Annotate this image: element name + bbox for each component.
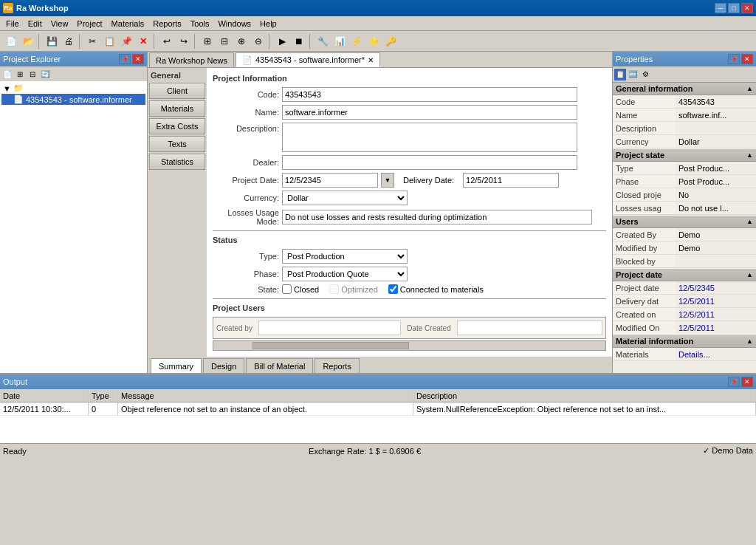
currency-select[interactable]: Dollar Euro Pound [282, 191, 408, 205]
pp-delivery-date-value: 12/5/2011 [676, 297, 756, 306]
pp-section-state-header[interactable]: Project state ▲ [613, 149, 756, 162]
currency-row: Currency: Dollar Euro Pound [213, 191, 606, 205]
bottom-tab-summary[interactable]: Summary [151, 358, 202, 373]
pp-users-collapse[interactable]: ▲ [746, 218, 753, 225]
connected-checkbox[interactable] [388, 284, 398, 294]
tb-redo[interactable]: ↪ [176, 33, 192, 49]
tree-item-project[interactable]: 📄 43543543 - software.informer [1, 94, 145, 105]
tb-paste[interactable]: 📌 [118, 33, 134, 49]
project-date-input[interactable] [282, 173, 378, 188]
tb-btn2[interactable]: ⊟ [216, 33, 233, 49]
code-input[interactable] [282, 87, 577, 102]
menu-reports[interactable]: Reports [148, 18, 186, 30]
pe-pin[interactable]: 📌 [119, 54, 131, 64]
nav-client[interactable]: Client [149, 83, 205, 99]
scrollbar-thumb[interactable] [252, 342, 409, 349]
pp-pin[interactable]: 📌 [728, 54, 740, 64]
optimized-checkbox[interactable] [329, 284, 339, 294]
tb-btn1[interactable]: ⊞ [199, 33, 216, 49]
pp-dates-collapse[interactable]: ▲ [746, 271, 753, 278]
pp-material-collapse[interactable]: ▲ [746, 337, 753, 345]
close-button[interactable]: ✕ [741, 3, 753, 13]
pe-close[interactable]: ✕ [132, 54, 144, 64]
tb-cut[interactable]: ✂ [84, 33, 100, 49]
tb-delete[interactable]: ✕ [135, 33, 151, 49]
pe-tb-btn1[interactable]: 📄 [1, 68, 13, 80]
output-close[interactable]: ✕ [741, 377, 753, 387]
minimize-button[interactable]: ─ [715, 3, 726, 13]
output-row[interactable]: 12/5/2011 10:30:... 0 Object reference n… [0, 402, 756, 416]
pp-btn3[interactable]: ⚙ [639, 69, 651, 80]
type-select[interactable]: Post Production Production Design [282, 249, 408, 264]
pp-section-general-header[interactable]: General information ▲ [613, 83, 756, 95]
tb-btn7[interactable]: 🔧 [315, 33, 331, 49]
tb-btn3[interactable]: ⊕ [233, 33, 250, 49]
pp-section-dates-header[interactable]: Project date ▲ [613, 269, 756, 281]
tb-undo[interactable]: ↩ [159, 33, 175, 49]
tab-project-close[interactable]: ✕ [368, 56, 374, 64]
tb-copy[interactable]: 📋 [101, 33, 117, 49]
losses-input[interactable] [282, 210, 592, 224]
tb-btn8[interactable]: 📊 [331, 33, 348, 49]
tb-btn4[interactable]: ⊖ [250, 33, 267, 49]
pp-type-row: Type Post Produc... [613, 162, 756, 175]
closed-checkbox[interactable] [282, 284, 292, 294]
pp-code-label: Code [613, 95, 676, 108]
pp-blocked-by-label: Blocked by [613, 255, 676, 267]
nav-statistics[interactable]: Statistics [149, 154, 205, 170]
menu-view[interactable]: View [47, 18, 73, 30]
menu-windows[interactable]: Windows [213, 18, 255, 30]
nav-texts[interactable]: Texts [149, 136, 205, 152]
dates-row: Project Date: ▼ Delivery Date: [213, 173, 606, 188]
tb-btn10[interactable]: ⭐ [365, 33, 382, 49]
project-date-picker[interactable]: ▼ [381, 173, 394, 188]
pp-losses-value: Do not use l... [676, 204, 756, 213]
pp-btn1[interactable]: 📋 [614, 69, 626, 80]
output-title: Output [3, 377, 27, 386]
tb-open[interactable]: 📂 [20, 33, 36, 49]
pp-section-users-header[interactable]: Users ▲ [613, 216, 756, 228]
description-input[interactable] [282, 123, 577, 152]
bottom-tab-design[interactable]: Design [203, 358, 244, 373]
pp-btn2[interactable]: 🔤 [627, 69, 639, 80]
delivery-date-input[interactable] [463, 173, 559, 188]
menu-help[interactable]: Help [255, 18, 281, 30]
title-bar-controls[interactable]: ─ □ ✕ [715, 3, 753, 13]
col-type: Type [89, 389, 118, 402]
menu-materials[interactable]: Materials [107, 18, 149, 30]
nav-materials[interactable]: Materials [149, 100, 205, 117]
tab-news[interactable]: Ra Workshop News [149, 52, 234, 67]
pp-section-material-header[interactable]: Material information ▲ [613, 335, 756, 348]
tb-save[interactable]: 💾 [44, 33, 60, 49]
tab-project[interactable]: 📄 43543543 - software.informer* ✕ [236, 52, 380, 67]
tree-root[interactable]: ▼ 📁 [1, 83, 145, 94]
h-scrollbar[interactable] [213, 340, 606, 351]
menu-edit[interactable]: Edit [24, 18, 47, 30]
phase-select[interactable]: Post Production Quote Post Production Qu… [282, 267, 408, 281]
pp-section-material: Material information ▲ Materials Details… [613, 335, 756, 361]
menu-project[interactable]: Project [72, 18, 106, 30]
tb-btn6[interactable]: ⏹ [291, 33, 307, 49]
tb-print[interactable]: 🖨 [61, 33, 77, 49]
pp-close[interactable]: ✕ [741, 54, 753, 64]
output-pin[interactable]: 📌 [728, 377, 740, 387]
pp-state-collapse[interactable]: ▲ [746, 151, 753, 159]
tb-btn5[interactable]: ▶ [274, 33, 290, 49]
menu-tools[interactable]: Tools [186, 18, 214, 30]
bottom-tab-reports[interactable]: Reports [315, 358, 360, 373]
status-title: Status [213, 236, 606, 244]
tb-new[interactable]: 📄 [3, 33, 19, 49]
menu-file[interactable]: File [1, 18, 24, 30]
pe-tb-btn4[interactable]: 🔄 [39, 68, 51, 80]
pe-tb-btn2[interactable]: ⊞ [14, 68, 26, 80]
dealer-input[interactable] [282, 155, 577, 170]
maximize-button[interactable]: □ [728, 3, 740, 13]
pe-toolbar: 📄 ⊞ ⊟ 🔄 [0, 66, 147, 81]
name-input[interactable] [282, 105, 577, 120]
pp-general-collapse[interactable]: ▲ [746, 85, 753, 92]
tb-btn11[interactable]: 🔑 [382, 33, 399, 49]
nav-extra-costs[interactable]: Extra Costs [149, 118, 205, 134]
tb-btn9[interactable]: ⚡ [348, 33, 365, 49]
bottom-tab-bom[interactable]: Bill of Material [246, 358, 313, 373]
pe-tb-btn3[interactable]: ⊟ [27, 68, 38, 80]
